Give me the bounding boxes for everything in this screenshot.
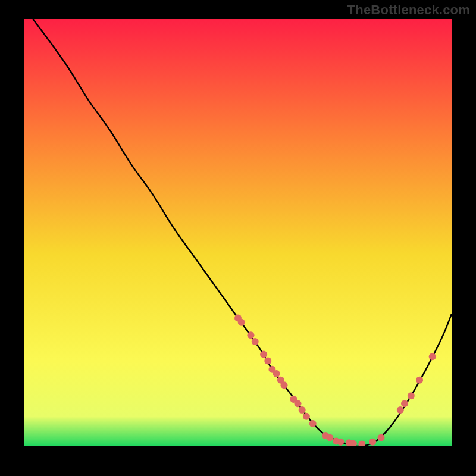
data-dot (295, 400, 302, 407)
data-dot (397, 406, 404, 414)
data-dot (303, 413, 310, 420)
data-dot (416, 377, 423, 384)
data-dot (309, 420, 317, 427)
data-dot (378, 434, 385, 441)
chart-svg (24, 19, 452, 446)
data-dot (429, 353, 436, 360)
data-dot (337, 439, 344, 446)
data-dot (252, 338, 259, 345)
data-dot (248, 331, 255, 339)
data-dot (273, 370, 280, 377)
data-dot (281, 381, 288, 389)
data-dot (401, 400, 408, 407)
watermark-text: TheBottleneck.com (347, 2, 470, 18)
figure-root: TheBottleneck.com (0, 0, 476, 476)
data-dot (264, 357, 271, 364)
gradient-background (24, 19, 452, 446)
data-dot (408, 392, 415, 399)
data-dot (260, 351, 267, 358)
data-dot (238, 319, 245, 326)
plot-area (24, 19, 452, 446)
data-dot (326, 434, 333, 441)
data-dot (299, 406, 306, 414)
data-dot (369, 439, 376, 446)
